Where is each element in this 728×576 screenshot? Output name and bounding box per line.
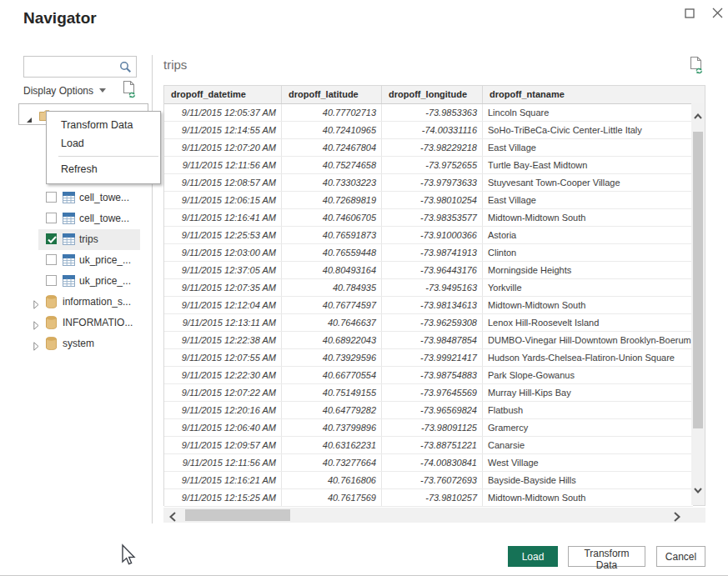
sidebar-item-cell-towe[interactable]: cell_towe... [18, 188, 150, 208]
cell-dropoff-ntaname: Gramercy [483, 419, 692, 436]
chevron-collapsed-icon[interactable] [33, 339, 39, 354]
table-row: 9/11/2015 12:12:04 AM40.76774597-73.9813… [164, 297, 693, 314]
sidebar-item-information-s[interactable]: information_s... [18, 292, 150, 313]
context-menu-item-refresh[interactable]: Refresh [47, 160, 160, 178]
cell-dropoff-latitude: 40.73303223 [282, 174, 382, 191]
navigator-dialog: Navigator Display Options cell_towe...ce… [0, 0, 728, 576]
column-header-dropoff-datetime[interactable]: dropoff_datetime [164, 86, 282, 103]
cell-dropoff-longitude: -73.98741913 [382, 244, 483, 261]
scroll-up-icon[interactable] [694, 111, 702, 121]
grid-header-row: dropoff_datetime dropoff_latitude dropof… [164, 86, 705, 104]
sidebar-item-system[interactable]: system [18, 333, 150, 354]
table-row: 9/11/2015 12:16:21 AM40.7616806-73.76072… [164, 472, 693, 489]
context-menu-separator [58, 156, 158, 157]
sidebar-item-label: cell_towe... [79, 192, 129, 203]
cell-dropoff-latitude: 40.76559448 [282, 244, 382, 261]
cell-dropoff-ntaname: Lenox Hill-Roosevelt Island [483, 314, 692, 331]
checkbox[interactable] [46, 275, 57, 286]
table-row: 9/11/2015 12:20:16 AM40.64779282-73.9656… [164, 402, 693, 419]
table-icon [63, 275, 75, 290]
cell-dropoff-ntaname: Midtown-Midtown South [483, 297, 692, 313]
checkbox[interactable] [46, 254, 57, 265]
sidebar-item-uk-price[interactable]: uk_price_... [18, 271, 150, 292]
checkbox[interactable] [46, 233, 57, 244]
cell-dropoff-latitude: 40.64779282 [282, 402, 382, 418]
sidebar-item-cell-towe[interactable]: cell_towe... [18, 208, 150, 229]
chevron-collapsed-icon[interactable] [33, 298, 39, 313]
cell-dropoff-ntaname: DUMBO-Vinegar Hill-Downtown Brooklyn-Boe… [483, 332, 692, 348]
horizontal-scrollbar[interactable] [163, 508, 705, 523]
database-icon [46, 295, 57, 312]
cell-dropoff-datetime: 9/11/2015 12:14:55 AM [164, 122, 282, 138]
maximize-button[interactable] [680, 5, 699, 23]
chevron-collapsed-icon[interactable] [33, 318, 39, 333]
cell-dropoff-longitude: -73.96569824 [382, 402, 483, 418]
table-row: 9/11/2015 12:06:15 AM40.72689819-73.9801… [164, 192, 693, 209]
sidebar-item-label: uk_price_... [79, 254, 131, 266]
sidebar-item-uk-price[interactable]: uk_price_... [18, 250, 150, 271]
cell-dropoff-longitude: -73.9752655 [382, 157, 483, 173]
cell-dropoff-ntaname: SoHo-TriBeCa-Civic Center-Little Italy [483, 122, 692, 138]
cell-dropoff-longitude: -74.00830841 [382, 454, 483, 471]
cell-dropoff-latitude: 40.784935 [282, 279, 382, 296]
cell-dropoff-latitude: 40.73929596 [282, 349, 382, 366]
chevron-expanded-icon[interactable] [26, 112, 33, 127]
table-row: 9/11/2015 12:07:35 AM40.784935-73.949516… [164, 279, 693, 297]
cell-dropoff-longitude: -73.9810257 [382, 489, 483, 506]
refresh-preview-icon[interactable] [123, 80, 138, 102]
cell-dropoff-datetime: 9/11/2015 12:05:37 AM [164, 104, 282, 121]
vertical-scrollbar[interactable] [691, 103, 705, 505]
context-menu-item-transform-data[interactable]: Transform Data [47, 116, 160, 134]
cell-dropoff-longitude: -73.98229218 [382, 139, 483, 156]
database-icon [46, 337, 57, 353]
cell-dropoff-datetime: 9/11/2015 12:06:40 AM [164, 419, 282, 436]
cell-dropoff-longitude: -73.98134613 [382, 297, 483, 313]
search-box[interactable] [23, 56, 137, 78]
page-title: Navigator [23, 9, 97, 28]
context-menu-item-load[interactable]: Load [47, 134, 160, 153]
horizontal-scroll-thumb[interactable] [185, 509, 290, 521]
checkbox[interactable] [46, 192, 57, 203]
cell-dropoff-datetime: 9/11/2015 12:16:41 AM [164, 209, 282, 226]
cell-dropoff-latitude: 40.68922043 [282, 332, 382, 348]
cell-dropoff-latitude: 40.77702713 [282, 104, 382, 121]
maximize-icon [685, 8, 695, 18]
search-icon[interactable] [119, 61, 132, 77]
cell-dropoff-ntaname: Lincoln Square [483, 104, 692, 121]
table-row: 9/11/2015 12:07:22 AM40.75149155-73.9764… [164, 384, 693, 402]
cell-dropoff-datetime: 9/11/2015 12:07:22 AM [164, 384, 282, 401]
column-header-dropoff-latitude[interactable]: dropoff_latitude [282, 86, 382, 103]
sidebar-item-trips[interactable]: trips [18, 229, 150, 250]
cell-dropoff-latitude: 40.80493164 [282, 262, 382, 278]
vertical-scroll-thumb[interactable] [693, 132, 703, 428]
load-button[interactable]: Load [508, 546, 558, 567]
column-header-dropoff-ntaname[interactable]: dropoff_ntaname [483, 86, 692, 103]
cell-dropoff-ntaname: Murray Hill-Kips Bay [483, 384, 692, 401]
cell-dropoff-longitude: -73.88751221 [382, 437, 483, 453]
sidebar-item-informatio[interactable]: INFORMATIO... [18, 313, 150, 333]
scroll-down-icon[interactable] [694, 485, 702, 495]
search-input[interactable] [28, 58, 118, 76]
sidebar-item-label: trips [79, 233, 98, 245]
refresh-data-icon[interactable] [690, 56, 705, 78]
table-icon [63, 254, 75, 269]
data-preview-grid: dropoff_datetime dropoff_latitude dropof… [163, 85, 705, 506]
column-header-dropoff-longitude[interactable]: dropoff_longitude [382, 86, 483, 103]
cell-dropoff-longitude: -74.00331116 [382, 122, 483, 138]
close-icon [712, 8, 723, 18]
scroll-left-icon[interactable] [169, 510, 176, 525]
cancel-button[interactable]: Cancel [656, 546, 705, 567]
cell-dropoff-longitude: -73.98353577 [382, 209, 483, 226]
cell-dropoff-latitude: 40.72410965 [282, 122, 382, 138]
sidebar-item-label: cell_towe... [79, 213, 129, 224]
cell-dropoff-datetime: 9/11/2015 12:22:38 AM [164, 332, 282, 348]
cell-dropoff-longitude: -73.98010254 [382, 192, 483, 208]
cell-dropoff-ntaname: Flatbush [483, 402, 692, 418]
cell-dropoff-datetime: 9/11/2015 12:11:56 AM [164, 157, 282, 173]
transform-data-button[interactable]: Transform Data [568, 546, 645, 567]
checkbox[interactable] [46, 213, 57, 223]
scroll-right-icon[interactable] [674, 510, 680, 525]
cell-dropoff-datetime: 9/11/2015 12:11:56 AM [164, 454, 282, 471]
cell-dropoff-latitude: 40.7617569 [282, 489, 382, 506]
close-button[interactable] [708, 5, 726, 23]
